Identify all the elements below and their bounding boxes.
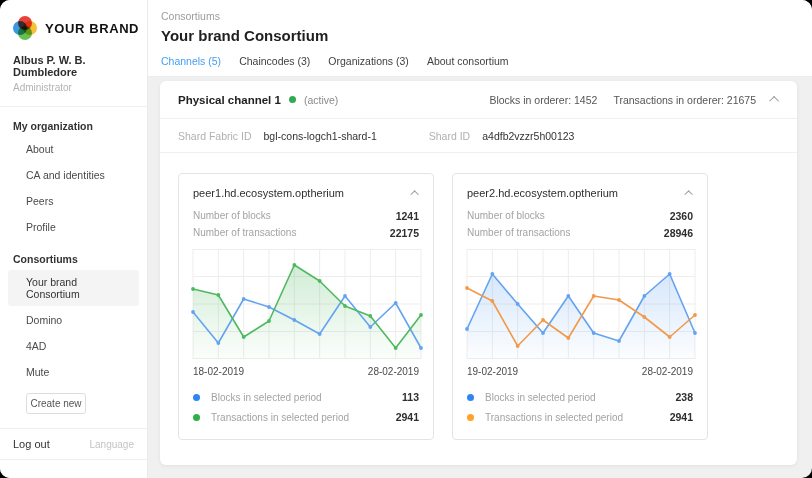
sidebar-item-peers[interactable]: Peers [8, 189, 139, 213]
shard-id-value: a4dfb2vzzr5h00123 [482, 130, 574, 142]
peer1-blocks-label: Number of blocks [193, 210, 271, 221]
peer1-transactions-value: 22175 [390, 227, 419, 239]
section-title-my-organization: My organization [0, 107, 147, 136]
peer2-legend-transactions-value: 2941 [670, 411, 693, 423]
sidebar-item-domino[interactable]: Domino [8, 308, 139, 332]
content: Physical channel 1 (active) Blocks in or… [148, 77, 812, 478]
status-dot-icon [289, 96, 296, 103]
peer1-legend-transactions-label: Transactions in selected period [211, 412, 396, 423]
language-link[interactable]: Language [90, 439, 135, 450]
sidebar-item-about[interactable]: About [8, 137, 139, 161]
peer1-title: peer1.hd.ecosystem.optherium [193, 187, 344, 199]
peer2-start-date: 19-02-2019 [467, 366, 518, 377]
create-new-button[interactable]: Create new [26, 393, 86, 414]
peer2-blocks-value: 2360 [670, 210, 693, 222]
peer2-title: peer2.hd.ecosystem.optherium [467, 187, 618, 199]
user-name: Albus P. W. B. Dumbledore [13, 54, 134, 78]
peer1-legend-blocks-label: Blocks in selected period [211, 392, 402, 403]
sidebar-item-ca-and-identities[interactable]: CA and identities [8, 163, 139, 187]
divider [0, 459, 147, 460]
peer1-transactions-label: Number of transactions [193, 227, 296, 238]
sidebar-item-4ad[interactable]: 4AD [8, 334, 139, 358]
tab-organizations[interactable]: Organizations (3) [328, 55, 409, 67]
orange-legend-dot-icon [467, 414, 474, 421]
peer-cards: peer1.hd.ecosystem.optherium Number of b… [160, 153, 797, 465]
tab-chaincodes[interactable]: Chaincodes (3) [239, 55, 310, 67]
sidebar-item-mute[interactable]: Mute [8, 360, 139, 384]
peer2-legend-transactions-label: Transactions in selected period [485, 412, 670, 423]
tab-about-consortium[interactable]: About consortium [427, 55, 509, 67]
channel-card: Physical channel 1 (active) Blocks in or… [160, 81, 797, 465]
peer2-transactions-label: Number of transactions [467, 227, 570, 238]
sidebar: YOUR BRAND Albus P. W. B. Dumbledore Adm… [0, 0, 148, 478]
brand-name: YOUR BRAND [45, 21, 139, 36]
channel-name: Physical channel 1 [178, 94, 281, 106]
blocks-in-orderer: Blocks in orderer: 1452 [489, 94, 597, 106]
peer1-blocks-value: 1241 [396, 210, 419, 222]
peer1-collapse-chevron-up-icon[interactable] [410, 190, 418, 198]
user-role: Administrator [13, 82, 134, 93]
peer2-card: peer2.hd.ecosystem.optherium Number of b… [452, 173, 708, 440]
shard-info-row: Shard Fabric ID bgl-cons-logch1-shard-1 … [160, 119, 797, 153]
page-title: Your brand Consortium [161, 27, 798, 44]
sidebar-footer: Log out Language [0, 428, 147, 460]
tab-bar: Channels (5) Chaincodes (3) Organization… [161, 55, 798, 76]
tab-channels[interactable]: Channels (5) [161, 55, 221, 67]
green-legend-dot-icon [193, 414, 200, 421]
logout-link[interactable]: Log out [13, 438, 50, 450]
shard-fabric-id-value: bgl-cons-logch1-shard-1 [264, 130, 377, 142]
user-info: Albus P. W. B. Dumbledore Administrator [0, 40, 147, 93]
peer2-end-date: 28-02-2019 [642, 366, 693, 377]
sidebar-item-your-brand-consortium[interactable]: Your brand Consortium [8, 270, 139, 306]
peer2-activity-chart [467, 249, 695, 359]
page-header: Consortiums Your brand Consortium Channe… [148, 0, 812, 77]
channel-status: (active) [304, 94, 338, 106]
peer1-legend-blocks-value: 113 [402, 391, 419, 403]
brand: YOUR BRAND [0, 0, 147, 40]
section-title-consortiums: Consortiums [0, 240, 147, 269]
shard-fabric-id-label: Shard Fabric ID [178, 130, 252, 142]
peer2-legend-blocks-label: Blocks in selected period [485, 392, 675, 403]
breadcrumb[interactable]: Consortiums [161, 10, 798, 22]
brand-logo-icon [13, 16, 37, 40]
peer1-activity-chart [193, 249, 421, 359]
blue-legend-dot-icon [467, 394, 474, 401]
peer1-legend-transactions-value: 2941 [396, 411, 419, 423]
peer2-blocks-label: Number of blocks [467, 210, 545, 221]
shard-id-label: Shard ID [429, 130, 470, 142]
peer2-legend: Blocks in selected period 238 Transactio… [467, 387, 693, 427]
collapse-chevron-up-icon[interactable] [769, 96, 779, 106]
main-area: Consortiums Your brand Consortium Channe… [148, 0, 812, 478]
transactions-in-orderer: Transactions in orderer: 21675 [613, 94, 756, 106]
peer1-end-date: 28-02-2019 [368, 366, 419, 377]
peer1-card: peer1.hd.ecosystem.optherium Number of b… [178, 173, 434, 440]
blue-legend-dot-icon [193, 394, 200, 401]
peer2-transactions-value: 28946 [664, 227, 693, 239]
app-window: YOUR BRAND Albus P. W. B. Dumbledore Adm… [0, 0, 812, 478]
peer2-legend-blocks-value: 238 [675, 391, 693, 403]
peer1-legend: Blocks in selected period 113 Transactio… [193, 387, 419, 427]
peer1-start-date: 18-02-2019 [193, 366, 244, 377]
channel-card-header: Physical channel 1 (active) Blocks in or… [160, 81, 797, 119]
peer2-collapse-chevron-up-icon[interactable] [684, 190, 692, 198]
sidebar-item-profile[interactable]: Profile [8, 215, 139, 239]
